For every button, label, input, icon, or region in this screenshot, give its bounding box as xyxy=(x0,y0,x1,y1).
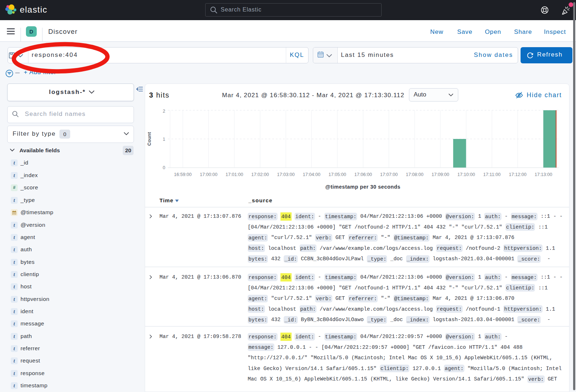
svg-text:2: 2 xyxy=(163,109,165,114)
svg-text:17:12:00: 17:12:00 xyxy=(509,172,526,177)
svg-text:17:05:00: 17:05:00 xyxy=(329,172,346,177)
svg-text:17:08:00: 17:08:00 xyxy=(406,172,423,177)
svg-text:17:11:00: 17:11:00 xyxy=(483,172,500,177)
svg-text:17:07:00: 17:07:00 xyxy=(380,172,398,177)
svg-text:17:00:00: 17:00:00 xyxy=(200,172,217,177)
svg-text:17:04:00: 17:04:00 xyxy=(303,172,320,177)
svg-text:17:03:00: 17:03:00 xyxy=(277,172,294,177)
svg-text:17:01:00: 17:01:00 xyxy=(225,172,243,177)
svg-text:17:10:00: 17:10:00 xyxy=(457,172,475,177)
svg-text:17:06:00: 17:06:00 xyxy=(354,172,372,177)
svg-text:17:13:00: 17:13:00 xyxy=(535,172,552,177)
svg-text:1: 1 xyxy=(163,137,165,142)
svg-text:17:02:00: 17:02:00 xyxy=(251,172,269,177)
svg-text:0: 0 xyxy=(163,165,165,170)
svg-text:17:09:00: 17:09:00 xyxy=(432,172,449,177)
svg-text:16:59:00: 16:59:00 xyxy=(174,172,192,177)
svg-text:Count: Count xyxy=(147,132,152,146)
